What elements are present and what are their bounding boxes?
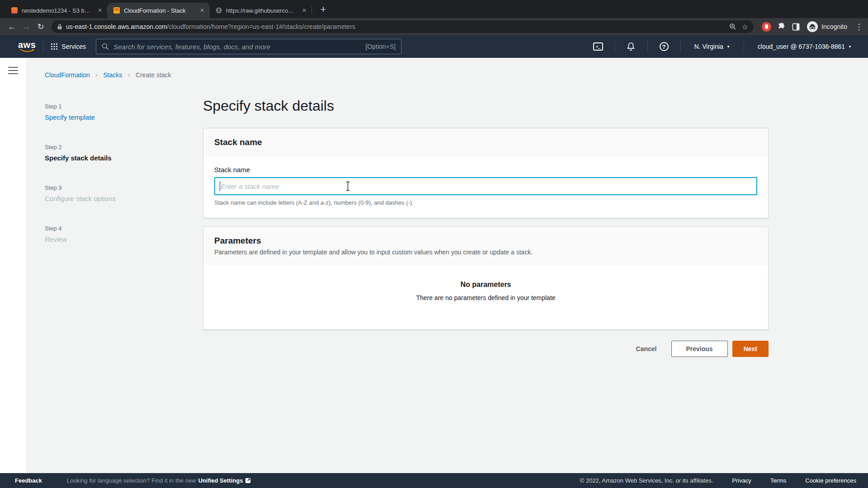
browser-menu-icon[interactable]: ⋮ — [854, 22, 863, 32]
browser-tab-strip: nesteddemo1234 - S3 bucket ✕ CloudFormat… — [0, 0, 868, 18]
cookie-preferences-link[interactable]: Cookie preferences — [805, 477, 856, 484]
notifications-bell-icon[interactable] — [622, 42, 640, 51]
forward-icon[interactable]: → — [19, 19, 33, 34]
browser-toolbar: ← → ↻ us-east-1.console.aws.amazon.com/c… — [0, 18, 868, 35]
tab-title: nesteddemo1234 - S3 bucket — [22, 7, 92, 14]
terms-link[interactable]: Terms — [770, 477, 786, 484]
cancel-button[interactable]: Cancel — [636, 345, 657, 352]
back-icon[interactable]: ← — [5, 19, 19, 34]
close-tab-icon[interactable]: ✕ — [96, 6, 104, 14]
divider — [744, 41, 744, 52]
incognito-badge: Incognito — [807, 21, 847, 32]
next-button[interactable]: Next — [732, 341, 769, 357]
close-tab-icon[interactable]: ✕ — [300, 6, 308, 14]
divider — [647, 41, 648, 52]
step-link: Configure stack options — [45, 195, 158, 202]
search-shortcut: [Option+S] — [365, 43, 396, 50]
stack-name-card-header: Stack name — [203, 128, 768, 156]
stack-name-card: Stack name Stack name Stack name can inc… — [203, 128, 769, 218]
privacy-link[interactable]: Privacy — [732, 477, 751, 484]
step-link[interactable]: Specify stack details — [45, 154, 158, 162]
tab-raw-githubusercontent[interactable]: https://raw.githubusercontent. ✕ — [210, 3, 312, 18]
breadcrumb: CloudFormation › Stacks › Create stack — [45, 71, 171, 79]
blocker-extension-icon[interactable] — [762, 22, 771, 32]
tab-cloudformation[interactable]: CloudFormation - Stack ✕ — [108, 3, 210, 18]
side-panel-icon[interactable] — [792, 23, 800, 31]
refresh-icon[interactable]: ↻ — [33, 19, 48, 34]
stack-name-label: Stack name — [214, 166, 757, 174]
hamburger-menu-icon[interactable] — [8, 67, 18, 74]
services-label: Services — [61, 43, 86, 50]
stack-name-input[interactable] — [214, 177, 757, 195]
incognito-icon — [807, 21, 818, 32]
services-menu[interactable]: Services — [51, 43, 86, 50]
divider — [614, 41, 615, 52]
address-bar[interactable]: us-east-1.console.aws.amazon.com/cloudfo… — [52, 20, 754, 33]
cloudformation-icon — [113, 7, 120, 14]
extensions-puzzle-icon[interactable] — [778, 23, 786, 31]
account-label: cloud_user @ 6737-1036-8861 — [758, 43, 845, 50]
console-footer: Feedback Looking for language selection?… — [0, 473, 868, 488]
url-path: /cloudformation/home?region=us-east-1#/s… — [167, 23, 355, 30]
parameters-card: Parameters Parameters are defined in you… — [203, 226, 769, 330]
step-number: Step 3 — [45, 184, 158, 191]
page-title: Specify stack details — [203, 98, 769, 114]
parameters-card-header: Parameters Parameters are defined in you… — [203, 227, 768, 264]
lock-icon — [57, 23, 62, 30]
empty-state-message: There are no parameters defined in your … — [203, 294, 768, 301]
bookmark-star-icon[interactable]: ☆ — [742, 23, 748, 31]
previous-button[interactable]: Previous — [671, 341, 728, 357]
divider — [43, 41, 43, 52]
cloudshell-icon[interactable]: >_ — [589, 42, 607, 51]
account-menu[interactable]: cloud_user @ 6737-1036-8861 ▼ — [751, 43, 858, 50]
breadcrumb-stacks[interactable]: Stacks — [103, 71, 122, 79]
step-number: Step 2 — [45, 144, 158, 150]
step-link: Review — [45, 235, 158, 243]
breadcrumb-cloudformation[interactable]: CloudFormation — [45, 71, 90, 79]
aws-logo[interactable]: aws — [18, 41, 36, 53]
section-title: Parameters — [214, 236, 757, 246]
stack-name-helper: Stack name can include letters (A-Z and … — [214, 199, 757, 206]
parameters-empty-state: No parameters There are no parameters de… — [203, 264, 768, 329]
new-tab-button[interactable]: + — [316, 3, 330, 16]
text-caret — [220, 181, 220, 191]
feedback-link[interactable]: Feedback — [15, 477, 42, 484]
step-2-specify-stack-details: Step 2 Specify stack details — [45, 144, 158, 162]
section-title: Stack name — [214, 137, 757, 147]
external-link-icon — [245, 478, 251, 483]
ibeam-mouse-cursor — [345, 181, 350, 191]
globe-icon — [215, 7, 222, 14]
step-link[interactable]: Specify template — [45, 113, 158, 121]
step-number: Step 1 — [45, 103, 158, 110]
tab-title: CloudFormation - Stack — [124, 7, 194, 14]
region-selector[interactable]: N. Virginia ▼ — [688, 43, 736, 50]
side-navigation-strip — [0, 58, 27, 473]
breadcrumb-current: Create stack — [136, 71, 171, 79]
unified-settings-link[interactable]: Unified Settings — [198, 477, 243, 484]
chevron-down-icon: ▼ — [848, 45, 852, 49]
copyright-text: © 2022, Amazon Web Services, Inc. or its… — [580, 477, 713, 484]
main-content: Specify stack details Stack name Stack n… — [203, 98, 769, 357]
grid-icon — [51, 43, 58, 50]
aws-smile-icon — [19, 49, 35, 53]
search-icon — [102, 43, 109, 50]
incognito-label: Incognito — [821, 23, 847, 30]
url-domain: us-east-1.console.aws.amazon.com — [66, 23, 167, 30]
close-tab-icon[interactable]: ✕ — [198, 6, 206, 14]
console-search-input[interactable]: Search for services, features, blogs, do… — [96, 39, 401, 54]
chevron-down-icon: ▼ — [726, 45, 730, 49]
chevron-right-icon: › — [95, 72, 98, 78]
step-4-review: Step 4 Review — [45, 225, 158, 243]
tab-s3-bucket[interactable]: nesteddemo1234 - S3 bucket ✕ — [5, 3, 108, 18]
language-selection-note: Looking for language selection? Find it … — [67, 477, 251, 484]
wizard-steps-nav: Step 1 Specify template Step 2 Specify s… — [45, 103, 158, 266]
zoom-page-icon[interactable] — [729, 23, 736, 30]
tab-title: https://raw.githubusercontent. — [226, 7, 297, 14]
chevron-right-icon: › — [127, 72, 130, 78]
search-placeholder: Search for services, features, blogs, do… — [113, 43, 270, 51]
help-icon[interactable]: ? — [655, 42, 673, 51]
divider — [680, 41, 681, 52]
step-1-specify-template: Step 1 Specify template — [45, 103, 158, 121]
aws-console-header: aws Services Search for services, featur… — [0, 35, 868, 58]
step-3-configure-stack-options: Step 3 Configure stack options — [45, 184, 158, 202]
